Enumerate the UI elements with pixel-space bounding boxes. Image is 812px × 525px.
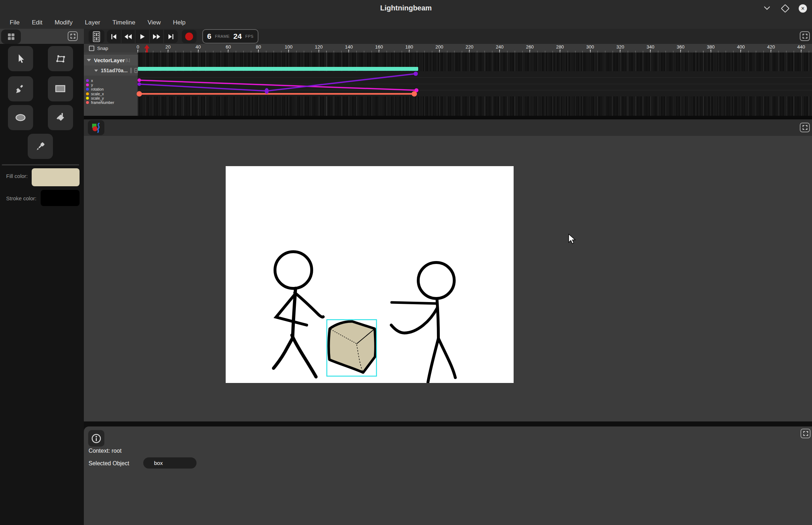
menu-item[interactable]: Help [167, 19, 191, 26]
playhead[interactable] [144, 44, 150, 54]
menu-item[interactable]: File [4, 19, 26, 26]
frame-stripes [138, 52, 812, 67]
menu-bar: FileEditModifyLayerTimelineViewHelp [0, 17, 812, 29]
timeline-panel: 6 FRAME 24 FPS Snap 02040608010012014016… [84, 29, 812, 119]
selected-object-label: Selected Object [89, 460, 129, 467]
info-panel: Context: root Selected Object box [84, 426, 812, 525]
rewind-button[interactable] [121, 30, 136, 43]
menu-item[interactable]: Modify [49, 19, 79, 26]
ellipse-tool-button[interactable] [8, 105, 33, 130]
minimize-icon[interactable] [763, 4, 771, 13]
timeline-ruler[interactable]: Snap 02040608010012014016018020022024026… [84, 44, 812, 52]
property-row[interactable]: frameNumber [84, 100, 138, 105]
record-icon [185, 32, 193, 41]
object-name: 151ad70a... [101, 68, 128, 73]
ellipse-icon [15, 113, 26, 122]
rows-footer [84, 116, 812, 119]
canvas-header [84, 119, 812, 136]
canvas-panel [84, 119, 812, 421]
record-button[interactable] [182, 30, 197, 43]
selected-object-field[interactable]: box [143, 457, 197, 469]
title-bar: Lightningbeam ✕ [0, 0, 812, 17]
property-list: x y rotation scale_x scale_y [84, 78, 138, 105]
rectangle-tool-button[interactable] [48, 76, 73, 101]
frame-label: FRAME [215, 34, 230, 38]
layer-name: VectorLayer [94, 57, 125, 63]
box-object[interactable] [327, 320, 376, 376]
property-row[interactable]: scale_y [84, 96, 138, 100]
stroke-color-swatch[interactable] [41, 190, 80, 206]
object-row[interactable]: 151ad70a... ~ [84, 65, 138, 76]
timeline-header: 6 FRAME 24 FPS [84, 29, 812, 44]
menu-item[interactable]: Layer [79, 19, 107, 26]
tools-sidebar: Fill color: Stroke color: [0, 29, 84, 525]
expand-canvas-panel-icon[interactable] [800, 123, 810, 132]
expand-timeline-panel-icon[interactable] [800, 31, 810, 41]
stage[interactable] [226, 166, 514, 383]
timeline-rows[interactable]: VectorLayer [L] 151ad70a... ~ x [84, 52, 812, 119]
rectangle-icon [55, 84, 66, 93]
keyframe-square-button[interactable] [130, 68, 132, 73]
property-color-dot [86, 101, 89, 104]
current-frame-value: 6 [207, 32, 212, 41]
pencil-icon [15, 83, 26, 94]
fast-forward-button[interactable] [150, 30, 164, 43]
scene-tab[interactable] [88, 120, 104, 135]
snap-checkbox[interactable] [89, 46, 94, 51]
property-row[interactable]: x [84, 78, 138, 83]
property-color-dot [86, 97, 89, 100]
maximize-icon[interactable] [781, 4, 789, 13]
play-button[interactable] [135, 30, 150, 43]
expand-tools-panel-icon[interactable] [68, 31, 78, 41]
canvas-workspace[interactable] [84, 136, 812, 421]
stick-figure-left[interactable] [274, 252, 323, 377]
property-row[interactable]: scale_x [84, 92, 138, 96]
property-color-dot [86, 92, 89, 95]
stage-drawing[interactable] [226, 166, 514, 383]
frame-fps-display[interactable]: 6 FRAME 24 FPS [202, 29, 258, 44]
menu-item[interactable]: Timeline [106, 19, 141, 26]
property-color-dot [86, 79, 89, 82]
play-icon [139, 34, 145, 40]
tools-panel-tab[interactable] [1, 29, 21, 44]
cursor-icon [15, 53, 26, 64]
menu-item[interactable]: View [141, 19, 167, 26]
layer-row-vectorlayer[interactable]: VectorLayer [L] [84, 55, 138, 65]
lightningbeam-app: Lightningbeam ✕ FileEditModifyLayerTimel… [0, 0, 812, 525]
rewind-icon [124, 34, 132, 40]
property-row[interactable]: rotation [84, 87, 138, 91]
skip-to-end-button[interactable] [164, 30, 178, 43]
close-icon[interactable]: ✕ [799, 4, 807, 13]
layer-badge: [L] [126, 58, 130, 62]
fill-bucket-tool-button[interactable] [48, 105, 73, 130]
curve-band [138, 71, 812, 96]
pencil-tool-button[interactable] [8, 76, 33, 101]
fps-label: FPS [245, 34, 254, 38]
film-strip-icon [93, 31, 100, 42]
select-tool-button[interactable] [8, 46, 33, 71]
tools-panel-header [0, 29, 84, 44]
eyedropper-tool-button[interactable] [28, 134, 53, 159]
stroke-color-label: Stroke color: [6, 195, 36, 201]
frame-stripes [138, 96, 812, 116]
transform-tool-button[interactable] [48, 46, 73, 71]
expand-info-panel-icon[interactable] [800, 429, 811, 438]
property-color-dot [86, 88, 89, 91]
snap-control: Snap [89, 44, 108, 52]
context-text: Context: root [89, 448, 122, 454]
paint-bucket-icon [55, 112, 66, 123]
stick-figure-right[interactable] [391, 262, 455, 382]
collapse-triangle-icon[interactable] [87, 59, 91, 61]
menu-item[interactable]: Edit [26, 19, 48, 26]
window-title: Lightningbeam [0, 4, 812, 12]
window-controls: ✕ [763, 0, 807, 17]
fill-color-swatch[interactable] [32, 168, 80, 186]
property-row[interactable]: y [84, 83, 138, 87]
skip-to-start-button[interactable] [107, 30, 121, 43]
film-button[interactable] [89, 30, 104, 43]
ease-curve-button[interactable]: ~ [134, 68, 138, 73]
collapse-triangle-icon[interactable] [94, 69, 98, 72]
ruler-scale[interactable]: 0204060801001201401601802002202402602803… [138, 44, 812, 52]
vector-graphics-icon [91, 122, 102, 133]
info-tab[interactable] [88, 430, 104, 447]
